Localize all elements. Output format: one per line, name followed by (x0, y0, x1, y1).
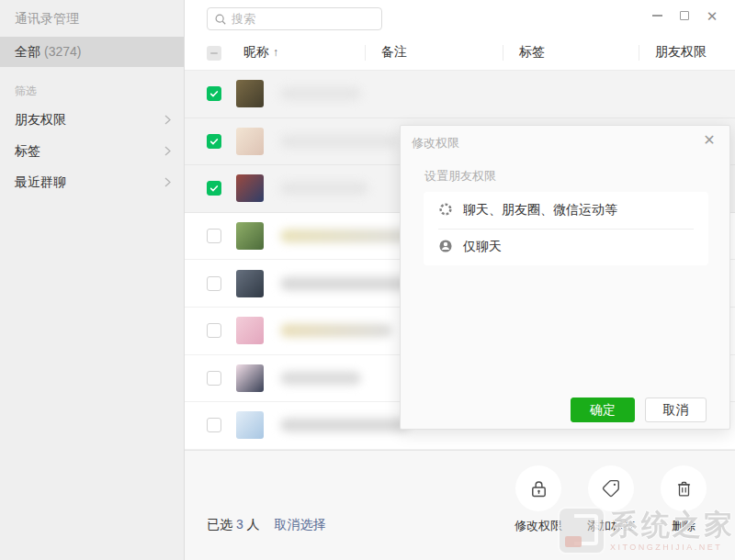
sidebar-item-all[interactable]: 全部(3274) (0, 37, 184, 67)
chevron-right-icon (164, 175, 171, 190)
modify-permission-button[interactable]: 修改权限 (513, 465, 564, 534)
blurred-name (280, 419, 409, 432)
lock-icon (515, 465, 561, 511)
modal-close-icon[interactable]: ✕ (700, 131, 718, 150)
cancel-button[interactable]: 取消 (645, 398, 707, 422)
delete-button[interactable]: 删除 (658, 465, 709, 534)
chat-only-icon (438, 239, 453, 256)
blurred-name (280, 134, 398, 148)
modal-buttons: 确定 取消 (571, 398, 707, 422)
page-title: 通讯录管理 (0, 0, 184, 37)
add-tag-button[interactable]: 添加标签 (585, 465, 637, 534)
row-checkbox[interactable] (207, 323, 221, 338)
all-permissions-icon (438, 202, 453, 219)
option-chat-only[interactable]: 仅聊天 (424, 229, 708, 265)
contacts-management-window: 通讯录管理 全部(3274) 筛选 朋友权限 标签 最近群聊 (0, 0, 735, 560)
search-box (207, 7, 382, 30)
close-icon: ✕ (707, 9, 718, 23)
column-header-tag: 标签 (519, 44, 545, 61)
blurred-name (280, 371, 361, 385)
sidebar-item-tag[interactable]: 标签 (0, 136, 184, 167)
avatar (236, 411, 264, 439)
row-checkbox[interactable] (207, 276, 221, 291)
maximize-icon (680, 11, 689, 20)
avatar (236, 317, 264, 344)
check-icon (209, 89, 219, 98)
sidebar-item-all-label: 全部 (15, 44, 40, 59)
option-all-permissions[interactable]: 聊天、朋友圈、微信运动等 (424, 192, 708, 229)
footer-bar: 已选 3 人 取消选择 修改权限 添加标签 (185, 450, 735, 560)
column-header-remark: 备注 (381, 44, 407, 61)
deselect-link[interactable]: 取消选择 (274, 517, 325, 532)
sidebar-item-recent-groups[interactable]: 最近群聊 (0, 167, 184, 198)
minimize-icon (652, 15, 662, 17)
window-controls: ✕ (643, 6, 726, 26)
modify-permission-modal: 修改权限 ✕ 设置朋友权限 聊天、朋友圈、微信运动等 仅聊天 确定 取消 (400, 125, 730, 430)
avatar (236, 80, 264, 107)
check-icon (209, 184, 219, 193)
check-icon (209, 137, 219, 146)
search-icon (214, 13, 227, 28)
sidebar: 通讯录管理 全部(3274) 筛选 朋友权限 标签 最近群聊 (0, 0, 185, 560)
row-checkbox[interactable] (207, 134, 221, 149)
permission-options: 聊天、朋友圈、微信运动等 仅聊天 (424, 192, 708, 265)
confirm-button[interactable]: 确定 (571, 398, 635, 422)
blurred-name (280, 182, 368, 196)
row-checkbox[interactable] (207, 229, 221, 243)
search-input[interactable] (207, 7, 382, 30)
modal-title: 修改权限 (412, 135, 459, 151)
table-header: 昵称↑ 备注 标签 朋友权限 (185, 42, 735, 71)
filter-section-label: 筛选 (0, 67, 184, 105)
maximize-button[interactable] (671, 6, 698, 26)
avatar (236, 174, 264, 202)
sort-ascending-icon: ↑ (273, 46, 278, 59)
select-all-checkbox[interactable] (207, 46, 221, 61)
minimize-button[interactable] (643, 6, 671, 26)
table-row[interactable] (185, 71, 735, 118)
close-button[interactable]: ✕ (698, 6, 726, 26)
blurred-name (280, 87, 361, 101)
row-checkbox[interactable] (207, 181, 221, 196)
row-checkbox[interactable] (207, 371, 221, 386)
tag-icon (588, 465, 634, 511)
avatar (236, 128, 264, 155)
avatar (236, 270, 264, 297)
sidebar-item-friend-permission[interactable]: 朋友权限 (0, 105, 184, 136)
chevron-right-icon (164, 113, 171, 128)
top-bar: ✕ (185, 0, 735, 42)
trash-icon (661, 465, 707, 511)
blurred-name (280, 324, 392, 338)
avatar (236, 364, 264, 392)
selection-info: 已选 3 人 取消选择 (207, 517, 325, 533)
column-header-nickname[interactable]: 昵称↑ (243, 44, 278, 61)
modal-section-label: 设置朋友权限 (424, 168, 496, 185)
row-checkbox[interactable] (207, 418, 221, 432)
contact-count: (3274) (44, 44, 81, 59)
row-checkbox[interactable] (207, 86, 221, 101)
action-buttons: 修改权限 添加标签 删除 (513, 465, 709, 534)
avatar (236, 222, 264, 250)
chevron-right-icon (164, 144, 171, 159)
column-header-permission: 朋友权限 (655, 44, 707, 61)
selected-count: 3 (236, 517, 243, 532)
